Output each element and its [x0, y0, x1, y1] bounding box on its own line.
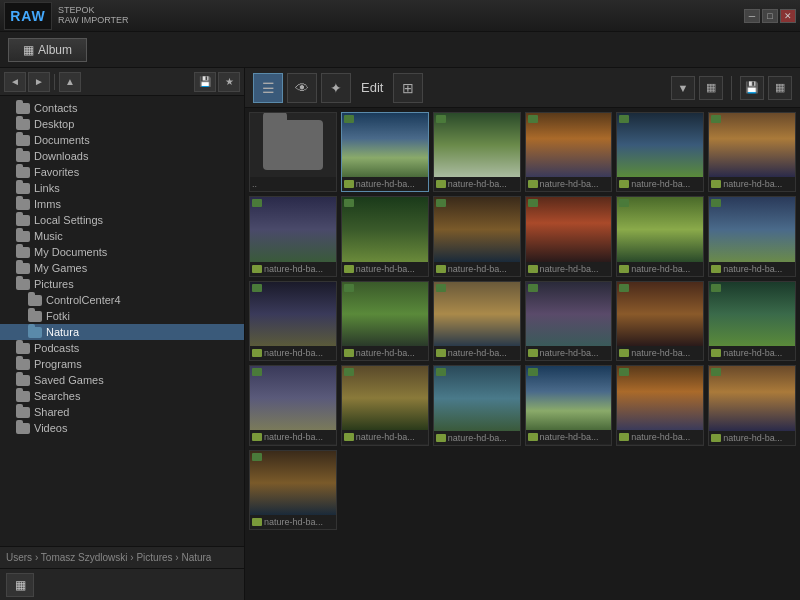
photo-cell[interactable]: nature-hd-ba... — [433, 281, 521, 361]
tree-item-pictures[interactable]: Pictures — [0, 276, 244, 292]
tree-item-controlcenter4[interactable]: ControlCenter4 — [0, 292, 244, 308]
tree-item-videos[interactable]: Videos — [0, 420, 244, 436]
grid-layout-button[interactable]: ▦ — [699, 76, 723, 100]
photo-corner-badge — [436, 284, 446, 292]
folder-icon — [16, 183, 30, 194]
tree-item-label: Music — [34, 230, 63, 242]
tree-item-downloads[interactable]: Downloads — [0, 148, 244, 164]
layers-view-button[interactable]: ⊞ — [393, 73, 423, 103]
layout-view-button[interactable]: ▦ — [768, 76, 792, 100]
photo-cell[interactable]: nature-hd-ba... — [525, 281, 613, 361]
forward-button[interactable]: ► — [28, 72, 50, 92]
tree-item-label: My Documents — [34, 246, 107, 258]
photo-corner-badge — [528, 368, 538, 376]
photo-label-text: nature-hd-ba... — [723, 264, 782, 274]
photo-cell[interactable]: nature-hd-ba... — [616, 281, 704, 361]
photo-folder-up[interactable]: .. — [249, 112, 337, 192]
right-panel: ☰ 👁 ✦ Edit ⊞ ▼ ▦ 💾 ▦ — [245, 68, 800, 600]
photo-label-text: nature-hd-ba... — [723, 348, 782, 358]
folder-thumb — [250, 113, 336, 177]
star-view-button[interactable]: ✦ — [321, 73, 351, 103]
photo-thumbnail — [250, 366, 336, 430]
tree-item-local-settings[interactable]: Local Settings — [0, 212, 244, 228]
tree-item-music[interactable]: Music — [0, 228, 244, 244]
tree-item-label: Saved Games — [34, 374, 104, 386]
photo-cell[interactable]: nature-hd-ba... — [341, 112, 429, 192]
tree-item-my-documents[interactable]: My Documents — [0, 244, 244, 260]
photo-cell[interactable]: nature-hd-ba... — [341, 196, 429, 276]
photo-label-text: nature-hd-ba... — [540, 348, 599, 358]
photo-cell[interactable]: nature-hd-ba... — [616, 196, 704, 276]
app-name: STEPOK RAW IMPORTER — [58, 6, 129, 26]
tree-item-label: Contacts — [34, 102, 77, 114]
tree-item-label: My Games — [34, 262, 87, 274]
photo-corner-badge — [711, 284, 721, 292]
tree-item-desktop[interactable]: Desktop — [0, 116, 244, 132]
photo-corner-badge — [252, 453, 262, 461]
photo-cell[interactable]: nature-hd-ba... — [708, 281, 796, 361]
photo-label-text: nature-hd-ba... — [723, 179, 782, 189]
tree-item-links[interactable]: Links — [0, 180, 244, 196]
photo-corner-badge — [436, 199, 446, 207]
photo-cell[interactable]: nature-hd-ba... — [708, 112, 796, 192]
photo-cell[interactable]: nature-hd-ba... — [433, 112, 521, 192]
photo-cell[interactable]: nature-hd-ba... — [616, 112, 704, 192]
photo-cell[interactable]: nature-hd-ba... — [525, 196, 613, 276]
tree-item-programs[interactable]: Programs — [0, 356, 244, 372]
folder-icon — [16, 359, 30, 370]
bottom-action-button[interactable]: ▦ — [6, 573, 34, 597]
photo-label: nature-hd-ba... — [709, 431, 795, 445]
photo-thumbnail — [342, 282, 428, 346]
photo-cell[interactable]: nature-hd-ba... — [525, 365, 613, 445]
up-button[interactable]: ▲ — [59, 72, 81, 92]
tree-item-favorites[interactable]: Favorites — [0, 164, 244, 180]
left-panel: ◄ ► ▲ 💾 ★ ContactsDesktopDocumentsDownlo… — [0, 68, 245, 600]
photo-cell[interactable]: nature-hd-ba... — [616, 365, 704, 445]
photo-cell[interactable]: nature-hd-ba... — [249, 365, 337, 445]
tree-item-podcasts[interactable]: Podcasts — [0, 340, 244, 356]
photo-cell[interactable]: nature-hd-ba... — [525, 112, 613, 192]
eye-view-button[interactable]: 👁 — [287, 73, 317, 103]
star-icon: ✦ — [330, 80, 342, 96]
tree-item-natura[interactable]: Natura — [0, 324, 244, 340]
tree-item-shared[interactable]: Shared — [0, 404, 244, 420]
photo-grid-container[interactable]: ..nature-hd-ba...nature-hd-ba...nature-h… — [245, 108, 800, 600]
maximize-button[interactable]: □ — [762, 9, 778, 23]
photo-corner-badge — [436, 368, 446, 376]
tree-item-label: Imms — [34, 198, 61, 210]
tree-item-documents[interactable]: Documents — [0, 132, 244, 148]
photo-thumbnail — [617, 282, 703, 346]
tree-item-contacts[interactable]: Contacts — [0, 100, 244, 116]
tree-item-my-games[interactable]: My Games — [0, 260, 244, 276]
photo-cell[interactable]: nature-hd-ba... — [708, 196, 796, 276]
tree-item-fotki[interactable]: Fotki — [0, 308, 244, 324]
photo-cell[interactable]: nature-hd-ba... — [341, 365, 429, 445]
photo-label: nature-hd-ba... — [709, 262, 795, 276]
photo-type-badge — [252, 265, 262, 273]
save-view-button[interactable]: 💾 — [740, 76, 764, 100]
photo-corner-badge — [344, 284, 354, 292]
photo-cell[interactable]: nature-hd-ba... — [433, 196, 521, 276]
tree-item-imms[interactable]: Imms — [0, 196, 244, 212]
photo-cell[interactable]: nature-hd-ba... — [433, 365, 521, 445]
tree-item-saved-games[interactable]: Saved Games — [0, 372, 244, 388]
photo-thumbnail — [342, 113, 428, 177]
photo-cell[interactable]: nature-hd-ba... — [249, 450, 337, 530]
photo-cell[interactable]: nature-hd-ba... — [341, 281, 429, 361]
photo-cell[interactable]: nature-hd-ba... — [249, 196, 337, 276]
tree-item-searches[interactable]: Searches — [0, 388, 244, 404]
photo-cell[interactable]: nature-hd-ba... — [708, 365, 796, 445]
favorite-nav-button[interactable]: ★ — [218, 72, 240, 92]
filter-dropdown-button[interactable]: ▼ — [671, 76, 695, 100]
photo-label-text: nature-hd-ba... — [631, 264, 690, 274]
album-button[interactable]: ▦ Album — [8, 38, 87, 62]
close-button[interactable]: ✕ — [780, 9, 796, 23]
back-button[interactable]: ◄ — [4, 72, 26, 92]
photo-thumbnail — [526, 113, 612, 177]
photo-type-badge — [344, 433, 354, 441]
photo-thumbnail — [709, 366, 795, 430]
minimize-button[interactable]: ─ — [744, 9, 760, 23]
list-view-button[interactable]: ☰ — [253, 73, 283, 103]
photo-cell[interactable]: nature-hd-ba... — [249, 281, 337, 361]
save-nav-button[interactable]: 💾 — [194, 72, 216, 92]
